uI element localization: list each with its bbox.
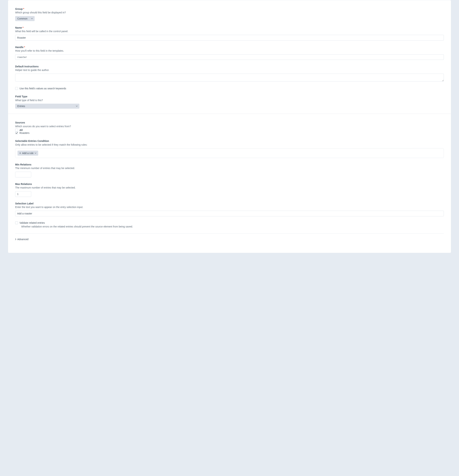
validate-related-checkbox[interactable]: Validate related entries (15, 221, 444, 224)
sources-option-all[interactable]: All (15, 129, 444, 132)
field-type-help: What type of field is this? (15, 99, 444, 102)
validate-related-field: Validate related entries Whether validat… (15, 221, 444, 228)
handle-input[interactable] (15, 54, 444, 60)
sources-option-roasters[interactable]: Roasters (15, 132, 444, 134)
selection-label-help: Enter the text you want to appear on the… (15, 205, 444, 209)
chevron-down-icon (35, 153, 36, 154)
checkbox-icon (15, 129, 18, 132)
sources-label: Sources (15, 121, 444, 124)
field-type-field: Field Type What type of field is this? E… (15, 95, 444, 109)
handle-help: How you'll refer to this field in the te… (15, 49, 444, 52)
type-settings-pane: Sources Which sources do you want to sel… (8, 114, 451, 246)
max-relations-field: Max Relations The maximum number of entr… (15, 182, 444, 197)
settings-panel: Group* Which group should this field be … (8, 0, 451, 253)
max-relations-help: The maximum number of entries that may b… (15, 186, 444, 189)
plus-icon (19, 152, 21, 154)
chevron-right-icon (15, 238, 16, 240)
search-keywords-field: Use this field's values as search keywor… (15, 87, 444, 90)
name-label: Name* (15, 26, 444, 29)
divider (15, 233, 444, 234)
field-type-label: Field Type (15, 95, 444, 98)
max-relations-input[interactable] (15, 191, 31, 197)
sources-list: All Roasters (15, 129, 444, 134)
instructions-input[interactable] (15, 74, 444, 81)
selection-label-field: Selection Label Enter the text you want … (15, 202, 444, 216)
instructions-field: Default Instructions Helper text to guid… (15, 65, 444, 82)
group-help: Which group should this field be display… (15, 11, 444, 14)
condition-help: Only allow entries to be selected if the… (15, 143, 444, 146)
field-type-select[interactable]: Entries (15, 104, 79, 109)
min-relations-help: The minimum number of entries that may b… (15, 167, 444, 170)
chevron-down-icon (31, 18, 33, 19)
sources-help: Which sources do you want to select entr… (15, 125, 444, 128)
checkbox-icon (15, 221, 18, 224)
name-help: What this field will be called in the co… (15, 30, 444, 33)
name-input[interactable] (15, 35, 444, 41)
checkbox-checked-icon (15, 132, 18, 134)
general-pane: Group* Which group should this field be … (8, 0, 451, 114)
chevron-down-icon (76, 106, 78, 107)
group-field: Group* Which group should this field be … (15, 7, 444, 21)
search-keywords-checkbox[interactable]: Use this field's values as search keywor… (15, 87, 444, 90)
advanced-toggle[interactable]: Advanced (15, 238, 444, 241)
handle-label: Handle* (15, 46, 444, 49)
group-select[interactable]: Common (15, 16, 35, 21)
selection-label-label: Selection Label (15, 202, 444, 205)
max-relations-label: Max Relations (15, 182, 444, 186)
min-relations-field: Min Relations The minimum number of entr… (15, 163, 444, 178)
validate-related-help: Whether validation errors on the related… (21, 225, 444, 228)
name-field: Name* What this field will be called in … (15, 26, 444, 41)
min-relations-label: Min Relations (15, 163, 444, 166)
selection-label-input[interactable] (15, 211, 444, 216)
min-relations-input[interactable] (15, 172, 31, 178)
instructions-help: Helper text to guide the author. (15, 68, 444, 72)
add-rule-button[interactable]: Add a rule (17, 151, 38, 156)
condition-builder: Add a rule (15, 148, 444, 158)
checkbox-icon (15, 87, 18, 90)
handle-field: Handle* How you'll refer to this field i… (15, 46, 444, 60)
instructions-label: Default Instructions (15, 65, 444, 68)
condition-field: Selectable Entries Condition Only allow … (15, 139, 444, 158)
condition-label: Selectable Entries Condition (15, 139, 444, 143)
group-label: Group* (15, 7, 444, 10)
sources-field: Sources Which sources do you want to sel… (15, 121, 444, 134)
